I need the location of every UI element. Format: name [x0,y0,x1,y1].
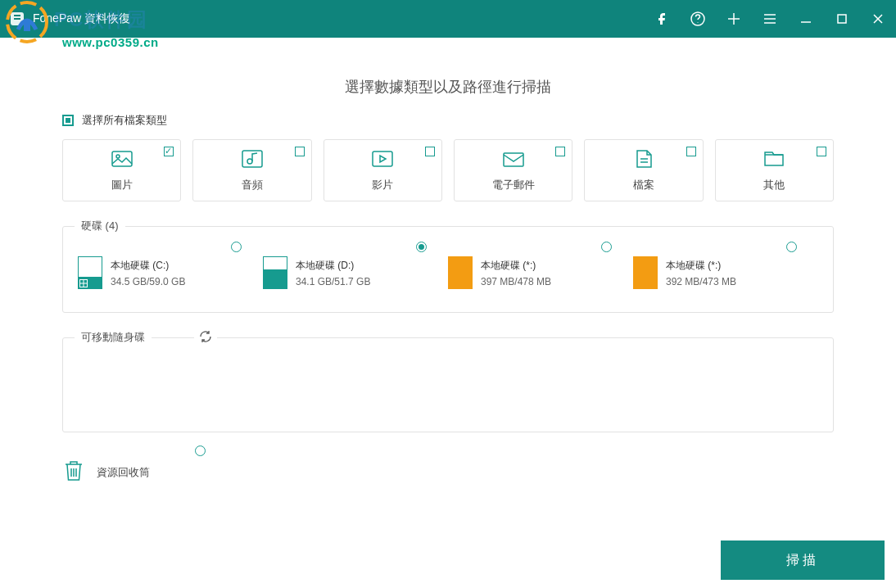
windows-badge-icon [79,279,88,287]
type-checkbox[interactable] [295,147,305,156]
type-icon [501,148,526,173]
scan-button[interactable]: 掃描 [721,541,885,580]
menu-icon[interactable] [752,0,788,38]
disk-name: 本地硬碟 (*:) [481,259,551,273]
removable-group: 可移動隨身碟 [62,337,834,432]
svg-point-8 [247,159,252,164]
type-icon [762,148,786,173]
recycle-bin-option[interactable]: 資源回收筒 [62,447,834,498]
disk-icon [633,256,658,289]
disk-size: 34.1 GB/51.7 GB [296,276,370,287]
select-all-checkbox[interactable] [62,115,74,126]
type-label: 檔案 [633,178,654,192]
svg-rect-4 [838,15,846,23]
help-icon[interactable] [680,0,716,38]
titlebar: FonePaw 資料恢復 [0,0,896,38]
disk-icon [263,256,287,289]
type-checkbox[interactable] [817,147,826,156]
disk-radio[interactable] [416,242,427,252]
type-card-2[interactable]: 影片 [324,139,442,201]
type-checkbox[interactable] [555,147,565,156]
select-all-label: 選擇所有檔案類型 [82,113,167,128]
type-card-0[interactable]: 圖片 [62,139,181,201]
disk-item-1[interactable]: 本地硬碟 (D:) 34.1 GB/51.7 GB [263,256,448,289]
type-label: 電子郵件 [492,178,535,192]
maximize-icon[interactable] [824,0,860,38]
svg-rect-9 [373,152,392,166]
type-card-4[interactable]: 檔案 [584,139,703,201]
svg-point-6 [116,155,120,158]
disk-size: 34.5 GB/59.0 GB [111,276,185,287]
type-checkbox[interactable] [425,147,435,156]
svg-rect-12 [84,280,88,283]
disk-size: 392 MB/473 MB [666,276,736,287]
disk-item-3[interactable]: 本地硬碟 (*:) 392 MB/473 MB [633,256,818,289]
type-checkbox[interactable] [164,147,174,156]
close-icon[interactable] [860,0,896,38]
svg-rect-13 [80,284,84,287]
app-logo-icon [8,10,26,28]
type-card-3[interactable]: 電子郵件 [454,139,572,201]
disk-radio[interactable] [231,242,242,252]
disk-radio[interactable] [786,242,797,252]
type-label: 其他 [763,178,785,192]
disk-name: 本地硬碟 (C:) [111,259,185,273]
type-icon [370,148,395,173]
disk-name: 本地硬碟 (D:) [296,259,370,273]
disks-legend: 硬碟 (4) [75,219,125,233]
disk-size: 397 MB/478 MB [481,276,551,287]
plus-icon[interactable] [716,0,752,38]
svg-rect-11 [80,280,84,283]
app-title: FonePaw 資料恢復 [33,11,130,26]
type-label: 影片 [372,178,393,192]
minimize-icon[interactable] [788,0,824,38]
facebook-icon[interactable] [644,0,680,38]
type-card-5[interactable]: 其他 [715,139,834,201]
refresh-icon[interactable] [194,330,217,346]
disk-icon [448,256,473,289]
disk-radio[interactable] [601,242,612,252]
svg-rect-5 [112,152,132,166]
disk-item-2[interactable]: 本地硬碟 (*:) 397 MB/478 MB [448,256,633,289]
type-label: 音頻 [242,178,263,192]
disk-name: 本地硬碟 (*:) [666,259,736,273]
type-icon [631,148,656,173]
type-card-1[interactable]: 音頻 [192,139,311,201]
trash-icon [62,459,85,486]
type-label: 圖片 [111,178,133,192]
type-icon [240,148,265,173]
disk-item-0[interactable]: 本地硬碟 (C:) 34.5 GB/59.0 GB [78,256,263,289]
recycle-label: 資源回收筒 [97,465,150,480]
svg-rect-14 [84,284,88,287]
page-title: 選擇數據類型以及路徑進行掃描 [11,77,885,97]
recycle-radio[interactable] [195,446,206,456]
type-checkbox[interactable] [686,147,696,156]
type-icon [110,148,134,173]
removable-legend: 可移動隨身碟 [75,330,152,345]
disks-group: 硬碟 (4) 本地硬碟 (C:) 34.5 GB/59.0 GB 本地硬碟 (D… [62,226,834,313]
disk-icon [78,256,102,289]
svg-rect-10 [504,153,523,166]
